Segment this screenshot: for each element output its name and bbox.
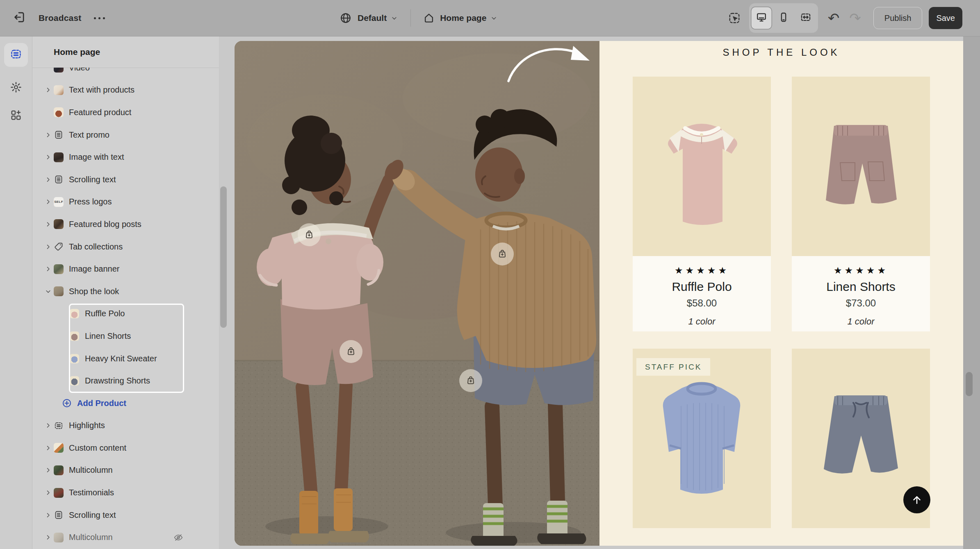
publish-button[interactable]: Publish xyxy=(873,7,923,29)
chevron-right-icon[interactable] xyxy=(44,86,52,94)
product-image[interactable] xyxy=(633,77,771,256)
section-row[interactable]: Multicolumn xyxy=(32,459,219,482)
locale-selector[interactable]: Default xyxy=(358,13,387,23)
redo-button[interactable]: ↷ xyxy=(849,11,861,25)
product-hotspot-pin[interactable] xyxy=(491,243,514,265)
fullwidth-preview-button[interactable] xyxy=(795,7,816,29)
section-row[interactable]: Featured blog posts xyxy=(32,213,219,236)
section-row[interactable]: Multicolumn xyxy=(32,526,219,549)
section-thumbnail xyxy=(54,533,64,542)
chevron-down-icon[interactable] xyxy=(44,288,52,295)
chevron-right-icon[interactable] xyxy=(44,153,52,161)
product-image[interactable]: STAFF PICK xyxy=(633,349,771,528)
mobile-preview-button[interactable] xyxy=(773,7,794,29)
section-thumbnail xyxy=(54,465,64,475)
more-options-button[interactable] xyxy=(92,14,107,23)
product-block-row[interactable]: Ruffle Polo xyxy=(32,303,219,325)
section-list: VideoText with productsFeatured productT… xyxy=(32,68,219,549)
section-row[interactable]: Testimonials xyxy=(32,481,219,504)
product-name[interactable]: Linen Shorts xyxy=(792,280,930,294)
product-block-row[interactable]: Linen Shorts xyxy=(32,325,219,347)
product-name[interactable]: Ruffle Polo xyxy=(633,280,771,294)
chevron-right-icon[interactable] xyxy=(44,489,52,497)
desktop-preview-button[interactable] xyxy=(751,7,772,29)
save-button[interactable]: Save xyxy=(929,7,962,29)
section-label: Image banner xyxy=(69,264,119,274)
chevron-down-icon[interactable] xyxy=(490,14,498,22)
section-title: SHOP THE LOOK xyxy=(599,47,963,58)
product-hotspot-pin[interactable] xyxy=(340,340,362,363)
section-row[interactable]: Scrolling text xyxy=(32,168,219,191)
section-thumbnail xyxy=(70,376,79,386)
chevron-right-icon[interactable] xyxy=(44,220,52,228)
chevron-right-icon[interactable] xyxy=(44,422,52,429)
product-info: ★★★★★Linen Shorts$73.001 color xyxy=(792,256,930,331)
theme-editor: Broadcast Default Home page ↶ ↷ Publish … xyxy=(0,0,980,549)
bag-plus-icon xyxy=(346,345,356,358)
chevron-right-icon[interactable] xyxy=(44,511,52,519)
preview-scrollbar[interactable] xyxy=(966,372,973,396)
section-thumbnail xyxy=(70,309,79,318)
theme-settings-tab[interactable] xyxy=(7,79,25,97)
section-label: Highlights xyxy=(69,421,105,430)
sidebar-scrollbar[interactable] xyxy=(220,186,227,328)
page-selector[interactable]: Home page xyxy=(440,13,486,23)
chevron-right-icon[interactable] xyxy=(44,444,52,452)
section-row[interactable]: Scrolling text xyxy=(32,504,219,526)
section-label: Tab collections xyxy=(69,242,123,252)
product-card[interactable]: ★★★★★Linen Shorts$73.001 color xyxy=(792,77,930,331)
sections-tab[interactable] xyxy=(4,43,28,67)
section-row[interactable]: Video xyxy=(32,68,219,79)
shop-the-look-photo xyxy=(235,41,599,546)
section-label: Text with products xyxy=(69,85,134,95)
chevron-right-icon[interactable] xyxy=(44,265,52,273)
section-label: Testimonials xyxy=(69,488,114,497)
section-row[interactable]: Highlights xyxy=(32,415,219,437)
inspect-mode-button[interactable] xyxy=(728,11,741,25)
back-to-top-button[interactable] xyxy=(903,486,930,513)
section-thumbnail xyxy=(54,107,64,117)
section-label: Multicolumn xyxy=(69,465,113,475)
chevron-right-icon[interactable] xyxy=(44,198,52,206)
chevron-right-icon[interactable] xyxy=(44,131,52,139)
section-row[interactable]: Shop the look xyxy=(32,280,219,303)
chevron-right-icon[interactable] xyxy=(44,533,52,541)
product-block-row[interactable]: Heavy Knit Sweater xyxy=(32,347,219,370)
product-card[interactable]: STAFF PICK xyxy=(633,349,771,528)
section-label: Drawstring Shorts xyxy=(85,376,150,386)
section-row[interactable]: Text promo xyxy=(32,124,219,146)
app-embeds-tab[interactable] xyxy=(7,107,25,125)
desktop-icon xyxy=(756,11,767,25)
add-product-button[interactable]: Add Product xyxy=(32,392,219,415)
chevron-right-icon[interactable] xyxy=(44,243,52,251)
shop-the-look-panel: SHOP THE LOOK ★★★★★Ruffle Polo$58.001 co… xyxy=(599,41,963,546)
highlights-icon xyxy=(54,421,64,431)
chevron-right-icon[interactable] xyxy=(44,176,52,184)
left-rail xyxy=(0,36,32,549)
section-label: Shop the look xyxy=(69,287,119,296)
section-thumbnail xyxy=(54,85,64,95)
chevron-down-icon[interactable] xyxy=(390,14,398,22)
section-row[interactable]: Image with text xyxy=(32,146,219,168)
undo-button[interactable]: ↶ xyxy=(828,11,840,25)
product-image[interactable] xyxy=(792,77,930,256)
sections-icon xyxy=(10,48,22,62)
section-row[interactable]: Custom content xyxy=(32,437,219,459)
section-row[interactable]: SELFPress logos xyxy=(32,191,219,213)
divider xyxy=(410,9,411,27)
section-row[interactable]: Tab collections xyxy=(32,236,219,258)
product-hotspot-pin[interactable] xyxy=(298,223,321,246)
product-block-row[interactable]: Drawstring Shorts xyxy=(32,370,219,392)
section-thumbnail xyxy=(54,488,64,498)
product-hotspot-pin[interactable] xyxy=(459,369,482,392)
section-label: Scrolling text xyxy=(69,510,116,520)
product-card[interactable]: ★★★★★Ruffle Polo$58.001 color xyxy=(633,77,771,331)
section-label: Multicolumn xyxy=(69,533,113,542)
sidebar-title: Home page xyxy=(54,47,100,57)
section-row[interactable]: Text with products xyxy=(32,79,219,102)
eye-off-icon[interactable] xyxy=(173,532,184,543)
section-row[interactable]: Featured product xyxy=(32,101,219,124)
section-row[interactable]: Image banner xyxy=(32,258,219,280)
chevron-right-icon[interactable] xyxy=(44,466,52,474)
exit-editor-button[interactable] xyxy=(11,10,28,26)
